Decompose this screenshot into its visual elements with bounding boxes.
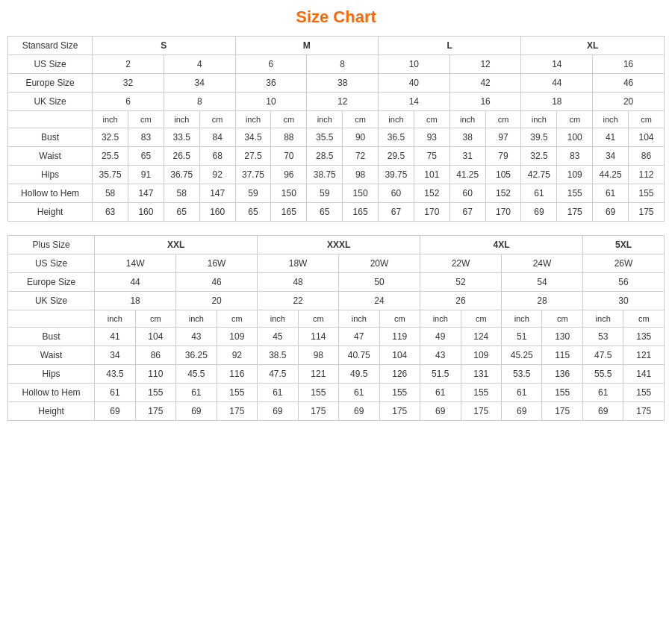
table-cell: 53.5 (501, 365, 541, 384)
table-cell: 34 (593, 147, 629, 166)
table-cell: 60 (449, 184, 485, 203)
table-cell: 33.5 (164, 128, 199, 147)
unit-inch: inch (339, 310, 379, 328)
table-cell: 59 (235, 184, 271, 203)
table-cell: 165 (271, 203, 307, 222)
table-cell: 175 (379, 402, 420, 421)
table-cell: 155 (379, 384, 420, 402)
uk-20: 20 (593, 93, 665, 111)
size-l: L (379, 37, 521, 55)
plus-us-16w: 16W (176, 254, 258, 273)
table-cell: 83 (128, 128, 164, 147)
table-cell: 34.5 (235, 128, 271, 147)
table-cell: 155 (135, 384, 175, 402)
table-cell: 38.5 (258, 346, 298, 365)
table-cell: 25.5 (93, 147, 128, 166)
table-cell: 121 (623, 346, 665, 365)
table-cell: 170 (414, 203, 449, 222)
table-cell: 116 (217, 365, 257, 384)
plus-uk-20: 20 (176, 292, 258, 310)
uk-6: 6 (93, 93, 164, 111)
table-cell: 112 (629, 166, 665, 184)
table-cell: 91 (128, 166, 164, 184)
eu-36: 36 (235, 74, 307, 93)
uk-size-label: UK Size (8, 93, 93, 111)
standard-label: Stansard Size (8, 37, 93, 55)
table-cell: 41 (593, 128, 629, 147)
table-cell: 40.75 (339, 346, 379, 365)
row-label: Hollow to Hem (8, 384, 95, 402)
table-cell: 155 (461, 384, 501, 402)
table-cell: 61 (339, 384, 379, 402)
table-cell: 35.75 (93, 166, 128, 184)
size-4xl: 4XL (420, 236, 583, 254)
plus-uk-28: 28 (501, 292, 582, 310)
table-cell: 150 (343, 184, 379, 203)
table-cell: 49.5 (339, 365, 379, 384)
uk-10: 10 (235, 93, 307, 111)
uk-16: 16 (449, 93, 521, 111)
plus-us-14w: 14W (95, 254, 176, 273)
table-cell: 105 (485, 166, 521, 184)
table-cell: 69 (521, 203, 557, 222)
row-label: Hips (8, 365, 95, 384)
table-cell: 29.5 (379, 147, 414, 166)
eu-38: 38 (307, 74, 379, 93)
unit-inch: inch (235, 111, 271, 128)
table-cell: 26.5 (164, 147, 199, 166)
us-10: 10 (379, 55, 450, 74)
unit-inch: inch (379, 111, 414, 128)
unit-cm: cm (135, 310, 175, 328)
row-label: Hips (8, 166, 93, 184)
table-cell: 69 (339, 402, 379, 421)
unit-cm: cm (485, 111, 521, 128)
row-label: Height (8, 402, 95, 421)
us-6: 6 (235, 55, 307, 74)
table-cell: 69 (420, 402, 461, 421)
table-cell: 45 (258, 328, 298, 346)
table-cell: 155 (298, 384, 338, 402)
table-cell: 58 (164, 184, 199, 203)
table-cell: 61 (582, 384, 623, 402)
table-cell: 32.5 (93, 128, 128, 147)
table-cell: 44.25 (593, 166, 629, 184)
table-cell: 61 (593, 184, 629, 203)
size-xl: XL (521, 37, 665, 55)
table-cell: 45.5 (176, 365, 217, 384)
table-cell: 155 (623, 384, 665, 402)
table-cell: 160 (128, 203, 164, 222)
table-cell: 84 (199, 128, 235, 147)
table-cell: 175 (217, 402, 257, 421)
table-cell: 155 (557, 184, 593, 203)
table-cell: 61 (95, 384, 135, 402)
table-cell: 69 (95, 402, 135, 421)
table-cell: 175 (298, 402, 338, 421)
table-cell: 41 (95, 328, 135, 346)
table-cell: 155 (629, 184, 665, 203)
plus-eu-size-label: Europe Size (8, 273, 95, 292)
us-4: 4 (164, 55, 235, 74)
table-cell: 32.5 (521, 147, 557, 166)
table-cell: 36.75 (164, 166, 199, 184)
table-cell: 96 (271, 166, 307, 184)
uk-8: 8 (164, 93, 235, 111)
table-cell: 130 (542, 328, 582, 346)
table-cell: 55.5 (582, 365, 623, 384)
table-cell: 88 (271, 128, 307, 147)
unit-cm: cm (128, 111, 164, 128)
table-cell: 38 (449, 128, 485, 147)
table-cell: 175 (557, 203, 593, 222)
plus-us-20w: 20W (339, 254, 420, 273)
us-12: 12 (449, 55, 521, 74)
table-cell: 121 (298, 365, 338, 384)
table-cell: 36.25 (176, 346, 217, 365)
eu-34: 34 (164, 74, 235, 93)
table-cell: 100 (557, 128, 593, 147)
table-cell: 68 (199, 147, 235, 166)
size-xxxl: XXXL (258, 236, 420, 254)
uk-12: 12 (307, 93, 379, 111)
table-cell: 42.75 (521, 166, 557, 184)
table-cell: 43.5 (95, 365, 135, 384)
unit-cm: cm (271, 111, 307, 128)
table-cell: 41.25 (449, 166, 485, 184)
